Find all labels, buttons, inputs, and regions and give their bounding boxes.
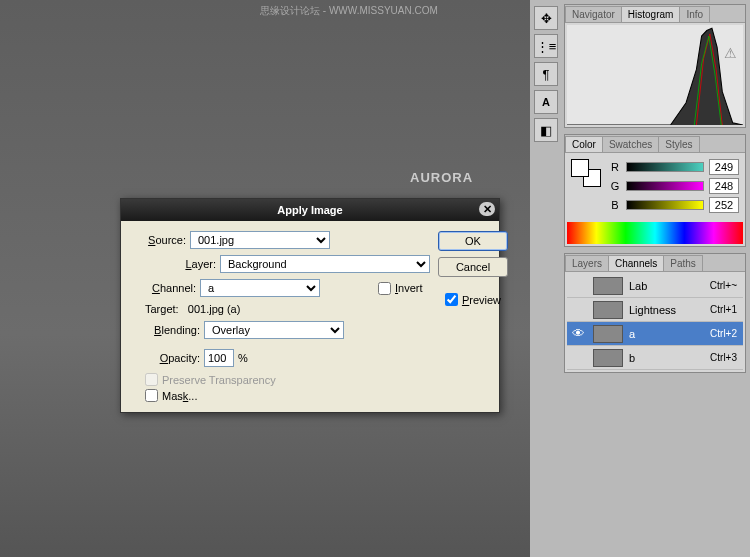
b-value[interactable]: 252 bbox=[709, 197, 739, 213]
mask-label: Mask... bbox=[162, 390, 197, 402]
watermark: 思缘设计论坛 - WWW.MISSYUAN.COM bbox=[260, 4, 438, 18]
stroke-tool-icon[interactable]: ◧ bbox=[534, 118, 558, 142]
invert-checkbox[interactable] bbox=[378, 282, 391, 295]
r-label: R bbox=[609, 161, 621, 173]
layer-select[interactable]: Background bbox=[220, 255, 430, 273]
r-slider[interactable] bbox=[626, 162, 704, 172]
options-tool-icon[interactable]: ⋮≡ bbox=[534, 34, 558, 58]
channel-thumbnail bbox=[593, 349, 623, 367]
r-value[interactable]: 249 bbox=[709, 159, 739, 175]
tab-swatches[interactable]: Swatches bbox=[602, 136, 659, 152]
color-panel: Color Swatches Styles R 249 G bbox=[564, 134, 746, 247]
canvas-text: AURORA bbox=[410, 170, 473, 185]
blending-select[interactable]: Overlay bbox=[204, 321, 344, 339]
channel-name: b bbox=[629, 352, 689, 364]
tab-channels[interactable]: Channels bbox=[608, 255, 664, 271]
channel-row[interactable]: b Ctrl+3 bbox=[567, 346, 743, 370]
channel-select[interactable]: a bbox=[200, 279, 320, 297]
tab-styles[interactable]: Styles bbox=[658, 136, 699, 152]
opacity-input[interactable] bbox=[204, 349, 234, 367]
spectrum-bar[interactable] bbox=[567, 222, 743, 244]
g-value[interactable]: 248 bbox=[709, 178, 739, 194]
close-icon[interactable]: ✕ bbox=[479, 202, 495, 216]
channel-name: Lab bbox=[629, 280, 689, 292]
panels-column: ✥ ⋮≡ ¶ A ◧ Navigator Histogram Info ⚠ Co… bbox=[530, 0, 750, 557]
tab-histogram[interactable]: Histogram bbox=[621, 6, 681, 22]
target-value: 001.jpg (a) bbox=[188, 303, 241, 315]
tool-strip: ✥ ⋮≡ ¶ A ◧ bbox=[534, 6, 562, 142]
g-label: G bbox=[609, 180, 621, 192]
preview-checkbox[interactable] bbox=[445, 293, 458, 306]
g-slider[interactable] bbox=[626, 181, 704, 191]
channel-shortcut: Ctrl+2 bbox=[695, 328, 741, 339]
ok-button[interactable]: OK bbox=[438, 231, 508, 251]
cancel-button[interactable]: Cancel bbox=[438, 257, 508, 277]
channel-label: Channel: bbox=[141, 282, 196, 294]
channel-name: a bbox=[629, 328, 689, 340]
source-label: Source: bbox=[131, 234, 186, 246]
tab-info[interactable]: Info bbox=[679, 6, 710, 22]
source-select[interactable]: 001.jpg bbox=[190, 231, 330, 249]
layer-label: Layer: bbox=[161, 258, 216, 270]
channel-shortcut: Ctrl+~ bbox=[695, 280, 741, 291]
channel-thumbnail bbox=[593, 277, 623, 295]
histogram-chart: ⚠ bbox=[567, 25, 743, 125]
dialog-title: Apply Image bbox=[277, 204, 342, 216]
channel-thumbnail bbox=[593, 325, 623, 343]
color-swatch[interactable] bbox=[571, 159, 601, 187]
channel-row[interactable]: Lab Ctrl+~ bbox=[567, 274, 743, 298]
preserve-transparency-label: Preserve Transparency bbox=[162, 374, 276, 386]
tab-navigator[interactable]: Navigator bbox=[565, 6, 622, 22]
move-tool-icon[interactable]: ✥ bbox=[534, 6, 558, 30]
channel-row[interactable]: 👁 a Ctrl+2 bbox=[567, 322, 743, 346]
channels-panel: Layers Channels Paths Lab Ctrl+~ Lightne… bbox=[564, 253, 746, 373]
preview-label: Preview bbox=[462, 294, 501, 306]
target-label: Target: bbox=[145, 303, 179, 315]
text-tool-icon[interactable]: A bbox=[534, 90, 558, 114]
channel-row[interactable]: Lightness Ctrl+1 bbox=[567, 298, 743, 322]
visibility-icon[interactable]: 👁 bbox=[569, 326, 587, 341]
b-slider[interactable] bbox=[626, 200, 704, 210]
b-label: B bbox=[609, 199, 621, 211]
opacity-unit: % bbox=[238, 352, 248, 364]
channel-shortcut: Ctrl+3 bbox=[695, 352, 741, 363]
navigator-panel: Navigator Histogram Info ⚠ bbox=[564, 4, 746, 128]
channel-thumbnail bbox=[593, 301, 623, 319]
opacity-label: Opacity: bbox=[145, 352, 200, 364]
tab-color[interactable]: Color bbox=[565, 136, 603, 152]
preserve-transparency-checkbox bbox=[145, 373, 158, 386]
channel-name: Lightness bbox=[629, 304, 689, 316]
warning-icon[interactable]: ⚠ bbox=[724, 45, 737, 61]
blending-label: Blending: bbox=[145, 324, 200, 336]
dialog-titlebar[interactable]: Apply Image ✕ bbox=[121, 199, 499, 221]
type-tool-icon[interactable]: ¶ bbox=[534, 62, 558, 86]
tab-layers[interactable]: Layers bbox=[565, 255, 609, 271]
channel-shortcut: Ctrl+1 bbox=[695, 304, 741, 315]
tab-paths[interactable]: Paths bbox=[663, 255, 703, 271]
invert-label: Invert bbox=[395, 282, 423, 294]
apply-image-dialog: Apply Image ✕ Source: 001.jpg Layer: Bac… bbox=[120, 198, 500, 413]
mask-checkbox[interactable] bbox=[145, 389, 158, 402]
